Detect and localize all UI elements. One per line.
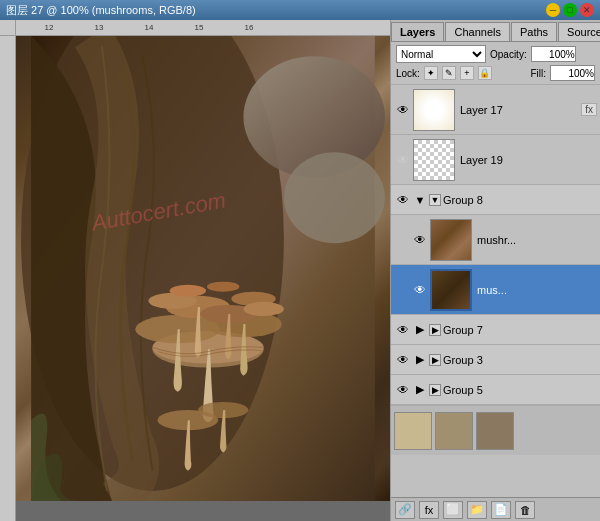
opacity-label: Opacity: xyxy=(490,49,527,60)
lock-row: Lock: ✦ ✎ + 🔒 Fill: xyxy=(396,65,595,81)
lock-position-button[interactable]: ✦ xyxy=(424,66,438,80)
svg-point-14 xyxy=(243,302,283,316)
new-layer-button[interactable]: 📄 xyxy=(491,501,511,519)
visibility-toggle-layer19[interactable]: 👁 xyxy=(394,151,412,169)
ruler-tick: 16 xyxy=(224,23,274,32)
ruler-tick: 13 xyxy=(74,23,124,32)
tab-paths[interactable]: Paths xyxy=(511,22,557,41)
layer-name-group3: Group 3 xyxy=(443,354,597,366)
close-button[interactable]: ✕ xyxy=(580,3,594,17)
ruler-tick: 12 xyxy=(24,23,74,32)
group-expand-group8[interactable]: ▼ xyxy=(429,194,441,206)
lock-pixel-button[interactable]: ✎ xyxy=(442,66,456,80)
layer-name-group8: Group 8 xyxy=(443,194,597,206)
group-icon: ▶ xyxy=(413,353,427,366)
visibility-toggle-mushr1[interactable]: 👁 xyxy=(411,231,429,249)
blend-mode-select[interactable]: Normal Multiply Screen xyxy=(396,45,486,63)
layer-name-layer19: Layer 19 xyxy=(460,154,597,166)
tab-source[interactable]: Source xyxy=(558,22,600,41)
lock-move-button[interactable]: + xyxy=(460,66,474,80)
fill-label: Fill: xyxy=(530,68,546,79)
layers-list: 👁 Layer 17 fx 👁 Layer 19 xyxy=(391,85,600,497)
title-bar: 图层 27 @ 100% (mushrooms, RGB/8) ─ □ ✕ xyxy=(0,0,600,20)
layer-item-mus2[interactable]: 👁 mus... xyxy=(391,265,600,315)
layer-item-group8[interactable]: 👁 ▼ ▼ Group 8 xyxy=(391,185,600,215)
delete-layer-button[interactable]: 🗑 xyxy=(515,501,535,519)
ruler-top: 12 13 14 15 16 xyxy=(16,20,390,36)
bottom-thumb-3 xyxy=(476,412,514,450)
ruler-left xyxy=(0,36,16,521)
layer-bottom-bar: 🔗 fx ⬜ 📁 📄 🗑 xyxy=(391,497,600,521)
visibility-toggle-layer17[interactable]: 👁 xyxy=(394,101,412,119)
fill-input[interactable] xyxy=(550,65,595,81)
minimize-button[interactable]: ─ xyxy=(546,3,560,17)
right-panel: Layers Channels Paths Source Normal Mult… xyxy=(390,20,600,521)
visibility-toggle-group8[interactable]: 👁 xyxy=(394,191,412,209)
layers-tabs: Layers Channels Paths Source xyxy=(391,20,600,42)
app-container: 12 13 14 15 16 xyxy=(0,20,600,521)
ruler-tick: 14 xyxy=(124,23,174,32)
layer-thumb-img xyxy=(414,90,454,130)
bottom-layer-thumbs xyxy=(391,405,600,455)
layer-thumb-img xyxy=(414,140,454,180)
canvas-image: Auttocert.com xyxy=(16,36,390,501)
layer-thumbnail-mushr1 xyxy=(430,219,472,261)
layer-name-layer17: Layer 17 xyxy=(460,104,581,116)
layer-name-group7: Group 7 xyxy=(443,324,597,336)
maximize-button[interactable]: □ xyxy=(563,3,577,17)
layer-item-layer17[interactable]: 👁 Layer 17 fx xyxy=(391,85,600,135)
tab-layers[interactable]: Layers xyxy=(391,22,444,41)
layer-item-mushr1[interactable]: 👁 mushr... xyxy=(391,215,600,265)
layer-thumbnail-mus2 xyxy=(430,269,472,311)
layer-item-layer19[interactable]: 👁 Layer 19 xyxy=(391,135,600,185)
layer-controls: Normal Multiply Screen Opacity: Lock: ✦ … xyxy=(391,42,600,85)
bottom-thumb-2 xyxy=(435,412,473,450)
layer-thumb-img xyxy=(432,271,470,309)
group-icon: ▼ xyxy=(413,194,427,206)
title-bar-text: 图层 27 @ 100% (mushrooms, RGB/8) xyxy=(6,3,543,18)
layer-name-group5: Group 5 xyxy=(443,384,597,396)
layer-name-mushr1: mushr... xyxy=(477,234,597,246)
add-mask-button[interactable]: ⬜ xyxy=(443,501,463,519)
group-icon: ▶ xyxy=(413,323,427,336)
layer-name-mus2: mus... xyxy=(477,284,597,296)
layer-item-group7[interactable]: 👁 ▶ ▶ Group 7 xyxy=(391,315,600,345)
layer-item-group3[interactable]: 👁 ▶ ▶ Group 3 xyxy=(391,345,600,375)
fx-badge-layer17: fx xyxy=(581,103,597,116)
blend-opacity-row: Normal Multiply Screen Opacity: xyxy=(396,45,595,63)
canvas-svg xyxy=(16,36,390,501)
visibility-toggle-group7[interactable]: 👁 xyxy=(394,321,412,339)
svg-point-12 xyxy=(170,285,206,297)
lock-label: Lock: xyxy=(396,68,420,79)
tab-channels[interactable]: Channels xyxy=(445,22,509,41)
svg-point-3 xyxy=(284,152,385,243)
group-expand-group5[interactable]: ▶ xyxy=(429,384,441,396)
layer-item-group5[interactable]: 👁 ▶ ▶ Group 5 xyxy=(391,375,600,405)
group-expand-group3[interactable]: ▶ xyxy=(429,354,441,366)
layer-thumbnail-layer17 xyxy=(413,89,455,131)
group-icon: ▶ xyxy=(413,383,427,396)
opacity-input[interactable] xyxy=(531,46,576,62)
canvas-area[interactable]: 12 13 14 15 16 xyxy=(0,20,390,521)
visibility-toggle-group5[interactable]: 👁 xyxy=(394,381,412,399)
svg-point-13 xyxy=(207,282,239,292)
add-style-button[interactable]: fx xyxy=(419,501,439,519)
layer-thumbnail-layer19 xyxy=(413,139,455,181)
ruler-ticks: 12 13 14 15 16 xyxy=(16,23,274,32)
content-area: 12 13 14 15 16 xyxy=(0,20,600,521)
layer-thumb-img xyxy=(431,220,471,260)
new-group-button[interactable]: 📁 xyxy=(467,501,487,519)
bottom-thumb-1 xyxy=(394,412,432,450)
ruler-corner xyxy=(0,20,16,36)
ruler-tick: 15 xyxy=(174,23,224,32)
link-layers-button[interactable]: 🔗 xyxy=(395,501,415,519)
lock-all-button[interactable]: 🔒 xyxy=(478,66,492,80)
group-expand-group7[interactable]: ▶ xyxy=(429,324,441,336)
visibility-toggle-mus2[interactable]: 👁 xyxy=(411,281,429,299)
visibility-toggle-group3[interactable]: 👁 xyxy=(394,351,412,369)
